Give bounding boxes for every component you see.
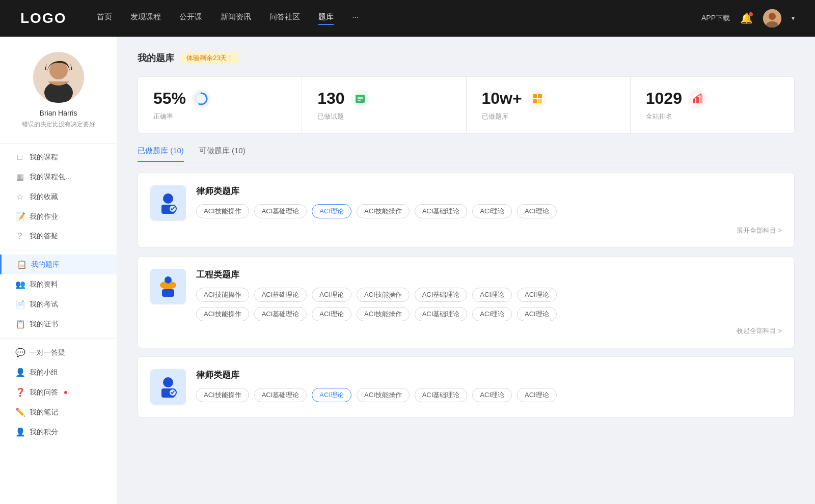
navbar: LOGO 首页 发现课程 公开课 新闻资讯 问答社区 题库 ··· APP下载 …: [0, 0, 815, 37]
sidebar-label-my-certs: 我的证书: [30, 320, 58, 329]
nav-discover[interactable]: 发现课程: [130, 12, 161, 25]
tag-3-6[interactable]: ACI理论: [517, 388, 557, 402]
exams-icon: 📄: [15, 299, 24, 309]
stat-done-banks-top: 10w+: [482, 89, 615, 108]
svg-rect-12: [533, 94, 537, 98]
qbank-card-1-tags: ACI技能操作 ACI基础理论 ACI理论 ACI技能操作 ACI基础理论 AC…: [196, 204, 782, 218]
tag-2-11[interactable]: ACI基础理论: [415, 307, 468, 321]
qbank-card-2-icon: [150, 269, 186, 304]
tag-3-4[interactable]: ACI基础理论: [415, 388, 468, 402]
nav-qbank[interactable]: 题库: [318, 12, 334, 25]
main-layout: Brian Harris 错误的决定比没有决定要好 □ 我的课程 ▦ 我的课程包…: [0, 37, 815, 504]
materials-icon: 👥: [15, 279, 24, 289]
qbank-card-2-title: 工程类题库: [196, 269, 782, 281]
sidebar-label-my-packages: 我的课程包...: [30, 173, 71, 182]
trial-badge: 体验剩余23天！: [180, 52, 239, 64]
main-content: 我的题库 体验剩余23天！ 55% 正确率 13: [117, 37, 815, 504]
qbank-card-3: 律师类题库 ACI技能操作 ACI基础理论 ACI理论 ACI技能操作 ACI基…: [138, 356, 795, 417]
stat-ranking: 1029 全站排名: [631, 77, 794, 133]
app-download[interactable]: APP下载: [701, 14, 730, 23]
tag-1-2[interactable]: ACI理论: [312, 204, 351, 218]
sidebar-item-my-questions[interactable]: ❓ 我的问答: [0, 382, 117, 402]
sidebar-item-one-on-one[interactable]: 💬 一对一答疑: [0, 343, 117, 362]
sidebar-item-my-exams[interactable]: 📄 我的考试: [0, 294, 117, 314]
tag-2-0[interactable]: ACI技能操作: [196, 288, 249, 302]
sidebar-label-my-qbank: 我的题库: [31, 260, 60, 269]
tag-2-13[interactable]: ACI理论: [517, 307, 557, 321]
nav-home[interactable]: 首页: [97, 12, 112, 25]
tag-1-4[interactable]: ACI基础理论: [415, 204, 468, 218]
sidebar-item-my-notes[interactable]: ✏️ 我的笔记: [0, 402, 117, 422]
svg-rect-16: [693, 99, 695, 103]
qbank-card-2-header: 工程类题库 ACI技能操作 ACI基础理论 ACI理论 ACI技能操作 ACI基…: [150, 269, 782, 321]
tag-2-5[interactable]: ACI理论: [472, 288, 512, 302]
page-title: 我的题库: [138, 52, 174, 64]
sidebar-item-my-qa[interactable]: ? 我的答疑: [0, 227, 117, 246]
tag-1-5[interactable]: ACI理论: [472, 204, 512, 218]
svg-rect-17: [696, 97, 699, 103]
sidebar-item-my-favorites[interactable]: ☆ 我的收藏: [0, 187, 117, 207]
nav-more[interactable]: ···: [352, 12, 359, 25]
tag-2-3[interactable]: ACI技能操作: [357, 288, 410, 302]
tag-2-2[interactable]: ACI理论: [312, 288, 351, 302]
tab-done[interactable]: 已做题库 (10): [138, 146, 184, 162]
tag-3-3[interactable]: ACI技能操作: [357, 388, 410, 402]
user-menu-chevron[interactable]: ▾: [792, 15, 795, 22]
tag-3-5[interactable]: ACI理论: [472, 388, 512, 402]
qbank-tabs: 已做题库 (10) 可做题库 (10): [138, 146, 795, 162]
tag-1-6[interactable]: ACI理论: [517, 204, 557, 218]
tag-2-9[interactable]: ACI理论: [312, 307, 351, 321]
qbank-card-1-content: 律师类题库 ACI技能操作 ACI基础理论 ACI理论 ACI技能操作 ACI基…: [196, 185, 782, 218]
tag-1-3[interactable]: ACI技能操作: [357, 204, 410, 218]
tag-2-4[interactable]: ACI基础理论: [415, 288, 468, 302]
tag-3-1[interactable]: ACI基础理论: [254, 388, 307, 402]
tag-2-7[interactable]: ACI技能操作: [196, 307, 249, 321]
qbank-card-1-expand[interactable]: 展开全部科目 >: [737, 226, 782, 235]
sidebar: Brian Harris 错误的决定比没有决定要好 □ 我的课程 ▦ 我的课程包…: [0, 37, 117, 504]
user-avatar[interactable]: [763, 9, 781, 27]
svg-rect-14: [533, 99, 537, 103]
tag-2-6[interactable]: ACI理论: [517, 288, 557, 302]
sidebar-item-my-packages[interactable]: ▦ 我的课程包...: [0, 167, 117, 187]
profile-avatar: [33, 52, 84, 103]
courses-icon: □: [15, 153, 24, 162]
qbank-card-3-header: 律师类题库 ACI技能操作 ACI基础理论 ACI理论 ACI技能操作 ACI基…: [150, 369, 782, 405]
nav-qa[interactable]: 问答社区: [269, 12, 300, 25]
qbank-card-2-expand[interactable]: 收起全部科目 >: [737, 326, 782, 335]
done-banks-icon: [528, 90, 547, 108]
tag-1-0[interactable]: ACI技能操作: [196, 204, 249, 218]
sidebar-item-my-courses[interactable]: □ 我的课程: [0, 148, 117, 167]
tag-1-1[interactable]: ACI基础理论: [254, 204, 307, 218]
tag-3-2[interactable]: ACI理论: [312, 388, 351, 402]
tag-2-1[interactable]: ACI基础理论: [254, 288, 307, 302]
sidebar-divider-3: [0, 338, 117, 339]
sidebar-label-my-group: 我的小组: [30, 368, 58, 377]
svg-rect-15: [538, 99, 542, 103]
qbank-card-1-title: 律师类题库: [196, 185, 782, 197]
tag-2-8[interactable]: ACI基础理论: [254, 307, 307, 321]
sidebar-item-my-qbank[interactable]: 📋 我的题库: [0, 255, 117, 274]
svg-point-1: [769, 13, 776, 20]
tag-2-12[interactable]: ACI理论: [472, 307, 512, 321]
stat-accuracy-label: 正确率: [153, 112, 286, 121]
notification-dot: [749, 12, 753, 16]
stat-done-banks: 10w+ 已做题库: [467, 77, 631, 133]
sidebar-item-my-homework[interactable]: 📝 我的作业: [0, 207, 117, 227]
stat-ranking-label: 全站排名: [646, 112, 779, 121]
sidebar-profile: Brian Harris 错误的决定比没有决定要好: [0, 52, 117, 139]
nav-news[interactable]: 新闻资讯: [221, 12, 251, 25]
sidebar-item-my-materials[interactable]: 👥 我的资料: [0, 274, 117, 294]
notification-bell[interactable]: 🔔: [740, 12, 753, 24]
sidebar-item-my-group[interactable]: 👤 我的小组: [0, 362, 117, 382]
tab-available[interactable]: 可做题库 (10): [199, 146, 246, 162]
tag-3-0[interactable]: ACI技能操作: [196, 388, 249, 402]
certs-icon: 📋: [15, 319, 24, 329]
sidebar-item-my-certs[interactable]: 📋 我的证书: [0, 314, 117, 334]
nav-open-course[interactable]: 公开课: [179, 12, 202, 25]
stat-ranking-top: 1029: [646, 89, 779, 108]
sidebar-item-my-points[interactable]: 👤 我的积分: [0, 422, 117, 442]
tag-2-10[interactable]: ACI技能操作: [357, 307, 410, 321]
logo: LOGO: [20, 10, 66, 26]
sidebar-label-my-questions: 我的问答: [30, 388, 58, 397]
stats-row: 55% 正确率 130: [138, 76, 795, 134]
